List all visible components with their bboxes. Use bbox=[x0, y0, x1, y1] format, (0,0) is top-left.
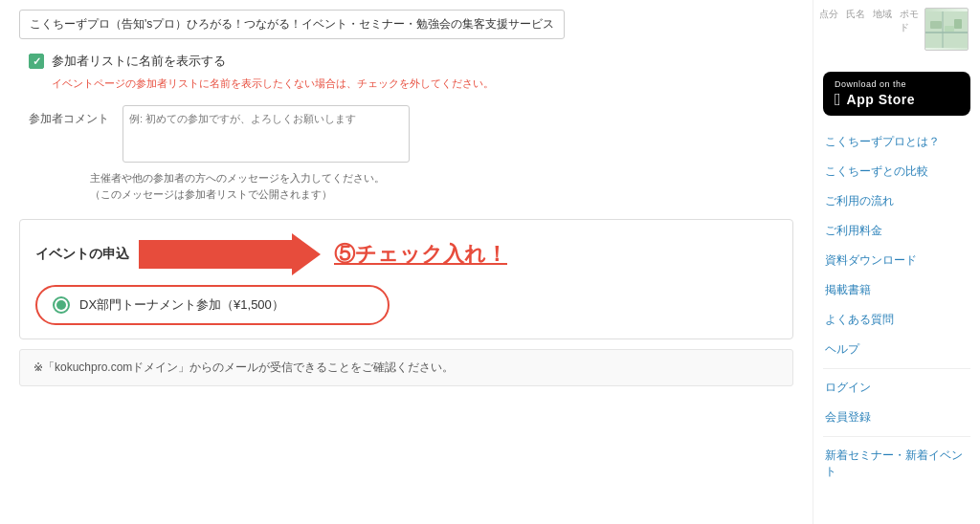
annotation-arrow bbox=[139, 233, 321, 275]
checkbox-section: 参加者リストに名前を表示する イベントページの参加者リストに名前を表示したくない… bbox=[19, 53, 793, 92]
score-label: 点分 bbox=[819, 8, 840, 34]
sidebar-link-login[interactable]: ログイン bbox=[823, 373, 970, 403]
event-section-header: イベントの申込 ⑤チェック入れ！ bbox=[35, 233, 777, 275]
sidebar-divider-2 bbox=[823, 436, 970, 437]
event-option-item[interactable]: DX部門トーナメント参加（¥1,500） bbox=[35, 285, 390, 325]
map-svg bbox=[925, 11, 968, 48]
sidebar: 点分 氏名 地域 ポモド Download on th bbox=[813, 0, 980, 524]
sidebar-nav: こくちーずプロとは？ こくちーずとの比較 ご利用の流れ ご利用料金 資料ダウンロ… bbox=[813, 127, 980, 487]
checkbox-note: イベントページの参加者リストに名前を表示したくない場合は、チェックを外してくださ… bbox=[29, 76, 793, 92]
comment-textarea[interactable] bbox=[122, 105, 410, 163]
service-title-field: こくちーずプロ（告知'sプロ）ひろがる！つながる！イベント・セミナー・勉強会の集… bbox=[19, 10, 565, 39]
sidebar-link-about[interactable]: こくちーずプロとは？ bbox=[823, 127, 970, 157]
sidebar-link-price[interactable]: ご利用料金 bbox=[823, 216, 970, 246]
comment-label: 参加者コメント bbox=[29, 105, 109, 127]
apple-icon:  bbox=[835, 91, 841, 108]
comment-note-1: 主催者や他の参加者の方へのメッセージを入力してください。 bbox=[90, 172, 385, 184]
arrow-head bbox=[292, 233, 321, 275]
mode-label: ポモド bbox=[900, 8, 921, 34]
rating-row: 点分 氏名 地域 ポモド bbox=[819, 8, 921, 34]
event-application-section: イベントの申込 ⑤チェック入れ！ DX部門トーナメント参加（¥1,500） bbox=[19, 219, 793, 339]
show-name-label: 参加者リストに名前を表示する bbox=[52, 53, 226, 70]
show-name-checkbox[interactable] bbox=[29, 54, 44, 69]
service-title-text: こくちーずプロ（告知'sプロ）ひろがる！つながる！イベント・セミナー・勉強会の集… bbox=[30, 17, 554, 31]
sidebar-link-register[interactable]: 会員登録 bbox=[823, 403, 970, 432]
event-option-radio[interactable] bbox=[53, 296, 70, 314]
name-label: 氏名 bbox=[846, 8, 867, 34]
annotation-label: ⑤チェック入れ！ bbox=[334, 240, 507, 269]
email-notice-text: ※「kokuchpro.comドメイン」からのメールが受信できることをご確認くだ… bbox=[33, 360, 454, 374]
comment-note-2: （このメッセージは参加者リストで公開されます） bbox=[90, 188, 332, 200]
sidebar-link-download[interactable]: 資料ダウンロード bbox=[823, 246, 970, 275]
sidebar-link-new-events[interactable]: 新着セミナー・新着イベント bbox=[823, 441, 970, 487]
appstore-main-text: App Store bbox=[847, 92, 915, 107]
show-name-checkbox-row[interactable]: 参加者リストに名前を表示する bbox=[29, 53, 793, 70]
sidebar-link-compare[interactable]: こくちーずとの比較 bbox=[823, 157, 970, 186]
sidebar-divider-1 bbox=[823, 368, 970, 369]
svg-rect-2 bbox=[945, 26, 954, 32]
comment-form-row: 参加者コメント bbox=[19, 105, 793, 163]
rating-section: 点分 氏名 地域 ポモド bbox=[819, 8, 921, 34]
region-label: 地域 bbox=[873, 8, 894, 34]
map-thumbnail bbox=[924, 8, 969, 51]
svg-rect-1 bbox=[930, 21, 942, 29]
svg-rect-3 bbox=[954, 19, 962, 29]
sidebar-link-books[interactable]: 掲載書籍 bbox=[823, 275, 970, 305]
appstore-row:  App Store bbox=[835, 91, 915, 108]
comment-form-note: 主催者や他の参加者の方へのメッセージを入力してください。 （このメッセージは参加… bbox=[19, 170, 793, 204]
arrow-body bbox=[139, 240, 292, 269]
appstore-banner[interactable]: Download on the  App Store bbox=[823, 72, 970, 116]
sidebar-link-faq[interactable]: よくある質問 bbox=[823, 305, 970, 335]
event-section-title: イベントの申込 bbox=[35, 246, 129, 263]
sidebar-top: 点分 氏名 地域 ポモド bbox=[813, 0, 980, 64]
email-notice: ※「kokuchpro.comドメイン」からのメールが受信できることをご確認くだ… bbox=[19, 349, 793, 386]
event-option-label: DX部門トーナメント参加（¥1,500） bbox=[79, 296, 284, 314]
appstore-top-text: Download on the bbox=[835, 79, 906, 89]
sidebar-link-help[interactable]: ヘルプ bbox=[823, 335, 970, 364]
sidebar-link-flow[interactable]: ご利用の流れ bbox=[823, 186, 970, 216]
